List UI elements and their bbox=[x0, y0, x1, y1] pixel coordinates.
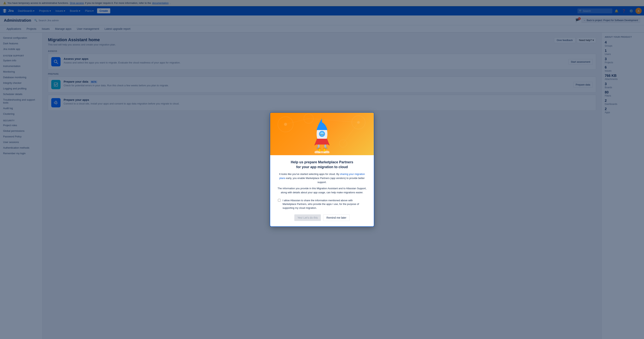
consent-checkbox-label[interactable]: I allow Atlassian to share the informati… bbox=[282, 199, 366, 210]
modal-title: Help us prepare Marketplace Partnersfor … bbox=[276, 160, 368, 170]
modal-actions: Yes! Let's do this Remind me later bbox=[276, 214, 368, 221]
svg-line-10 bbox=[309, 118, 358, 122]
yes-lets-do-this-button[interactable]: Yes! Let's do this bbox=[294, 214, 321, 221]
background-decoration bbox=[270, 113, 374, 155]
remind-me-later-button[interactable]: Remind me later bbox=[323, 214, 350, 221]
svg-line-9 bbox=[286, 118, 308, 124]
modal-image bbox=[270, 113, 374, 155]
modal-body: Help us prepare Marketplace Partnersfor … bbox=[270, 155, 374, 227]
modal-overlay: Help us prepare Marketplace Partnersfor … bbox=[0, 0, 644, 339]
modal-paragraph1: It looks like you've started selecting a… bbox=[276, 172, 368, 184]
consent-checkbox-row: I allow Atlassian to share the informati… bbox=[276, 199, 368, 210]
modal-paragraph2: The information you provide in this Migr… bbox=[276, 187, 368, 195]
consent-checkbox[interactable] bbox=[278, 199, 280, 202]
marketplace-modal: Help us prepare Marketplace Partnersfor … bbox=[270, 112, 374, 227]
svg-line-11 bbox=[343, 122, 358, 143]
